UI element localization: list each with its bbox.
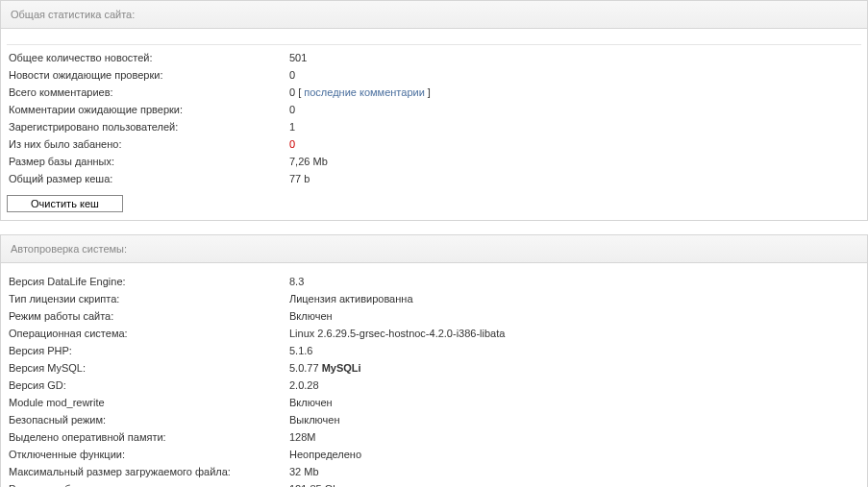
site-stats-panel: Общая статистика сайта: Общее количество… (0, 0, 868, 221)
stat-value-text: 5.0.77 (289, 362, 322, 374)
stat-value-text: Включен (289, 397, 333, 408)
stat-label: Общее количество новостей: (7, 49, 289, 66)
stat-row: Всего комментариев:0 [ последние коммент… (7, 84, 861, 101)
stat-value-text: Linux 2.6.29.5-grsec-hostnoc-4.2.0-i386-… (289, 328, 505, 339)
stat-label: Module mod_rewrite (7, 394, 289, 411)
stat-label: Всего комментариев: (7, 84, 289, 101)
stat-label: Зарегистрировано пользователей: (7, 118, 289, 135)
stat-value: Выключен (289, 411, 861, 428)
stat-value-text: 128M (289, 431, 316, 443)
recent-comments-link[interactable]: последние комментарии (304, 86, 425, 98)
stat-row: Безопасный режим:Выключен (7, 411, 861, 428)
stat-label: Из них было забанено: (7, 135, 289, 153)
stat-value-text: 2.0.28 (289, 379, 319, 391)
stat-row: Операционная система:Linux 2.6.29.5-grse… (7, 325, 861, 342)
stat-row: Размер свободного места на диске:121,85 … (7, 480, 861, 487)
stat-value: 0 [ последние комментарии ] (289, 84, 861, 101)
stat-row: Выделено оперативной памяти:128M (7, 428, 861, 446)
stat-value: Включен (289, 394, 861, 411)
stat-value-text: 0 (289, 104, 295, 115)
stat-value: 77 b (289, 170, 861, 187)
stat-value: Лицензия активированна (289, 290, 861, 307)
stat-value-text: Лицензия активированна (289, 293, 413, 304)
stat-value-text: Неопределено (289, 449, 361, 460)
stat-value-bold: MySQLi (322, 362, 361, 374)
system-check-panel: Автопроверка системы: Версия DataLife En… (0, 234, 868, 487)
stat-value-text: 32 Mb (289, 466, 319, 477)
stat-value: Включен (289, 307, 861, 325)
system-check-body: Версия DataLife Engine:8.3Тип лицензии с… (1, 263, 867, 487)
stat-row: Module mod_rewriteВключен (7, 394, 861, 411)
stat-row: Максимальный размер загружаемого файла:3… (7, 463, 861, 480)
site-stats-header: Общая статистика сайта: (1, 1, 867, 29)
stat-value-text: 1 (289, 121, 295, 133)
stat-label: Версия PHP: (7, 342, 289, 359)
site-stats-title: Общая статистика сайта: (11, 9, 135, 20)
stat-label: Режим работы сайта: (7, 307, 289, 325)
stat-row: Размер базы данных:7,26 Mb (7, 153, 861, 170)
clear-cache-button[interactable]: Очистить кеш (7, 195, 123, 212)
stat-row: Версия PHP:5.1.6 (7, 342, 861, 359)
stat-label: Безопасный режим: (7, 411, 289, 428)
stat-value-text: 5.1.6 (289, 345, 312, 356)
stat-value-text: Выключен (289, 414, 340, 426)
link-bracket-close: ] (425, 86, 431, 98)
stat-label: Общий размер кеша: (7, 170, 289, 187)
stat-row: Новости ожидающие проверки:0 (7, 66, 861, 84)
stat-label: Тип лицензии скрипта: (7, 290, 289, 307)
stat-value: 501 (289, 49, 861, 66)
stat-row: Отключенные функции:Неопределено (7, 446, 861, 463)
stat-value-text: 0 (289, 69, 295, 81)
stat-row: Версия MySQL:5.0.77 MySQLi (7, 359, 861, 377)
stat-value: 0 (289, 101, 861, 118)
link-bracket-open: [ (295, 86, 304, 98)
stat-value-text: 7,26 Mb (289, 156, 328, 167)
stat-label: Операционная система: (7, 325, 289, 342)
stat-row: Общее количество новостей:501 (7, 49, 861, 66)
stat-value: 32 Mb (289, 463, 861, 480)
stat-value-text: 8.3 (289, 276, 304, 287)
stat-label: Размер свободного места на диске: (7, 480, 289, 487)
site-stats-body: Общее количество новостей:501Новости ожи… (1, 29, 867, 220)
divider (7, 44, 861, 45)
stat-row: Из них было забанено:0 (7, 135, 861, 153)
stat-value: 0 (289, 135, 861, 153)
stat-label: Выделено оперативной памяти: (7, 428, 289, 446)
stat-label: Новости ожидающие проверки: (7, 66, 289, 84)
stat-row: Версия DataLife Engine:8.3 (7, 273, 861, 290)
stat-row: Тип лицензии скрипта:Лицензия активирова… (7, 290, 861, 307)
stat-row: Общий размер кеша:77 b (7, 170, 861, 187)
stat-label: Комментарии ожидающие прверки: (7, 101, 289, 118)
stat-label: Отключенные функции: (7, 446, 289, 463)
stat-label: Версия MySQL: (7, 359, 289, 377)
stat-row: Версия GD:2.0.28 (7, 377, 861, 394)
stat-value-text: 501 (289, 52, 307, 63)
stat-value-text: 77 b (289, 173, 310, 184)
stat-value: 5.0.77 MySQLi (289, 359, 861, 377)
system-check-header: Автопроверка системы: (1, 235, 867, 263)
stat-value: 2.0.28 (289, 377, 861, 394)
stat-value: Неопределено (289, 446, 861, 463)
stat-value: 1 (289, 118, 861, 135)
stat-value: 121,85 Gb (289, 480, 861, 487)
stat-label: Размер базы данных: (7, 153, 289, 170)
stat-value-text: 0 (289, 138, 295, 150)
stat-label: Максимальный размер загружаемого файла: (7, 463, 289, 480)
stat-value-text: 121,85 Gb (289, 483, 338, 487)
stat-value: 7,26 Mb (289, 153, 861, 170)
stat-label: Версия DataLife Engine: (7, 273, 289, 290)
stat-value: 128M (289, 428, 861, 446)
stat-row: Режим работы сайта:Включен (7, 307, 861, 325)
stat-row: Зарегистрировано пользователей:1 (7, 118, 861, 135)
stat-label: Версия GD: (7, 377, 289, 394)
stat-value: 8.3 (289, 273, 861, 290)
stat-value: 0 (289, 66, 861, 84)
stat-value: 5.1.6 (289, 342, 861, 359)
stat-value-text: Включен (289, 310, 333, 322)
stat-value: Linux 2.6.29.5-grsec-hostnoc-4.2.0-i386-… (289, 325, 861, 342)
stat-row: Комментарии ожидающие прверки:0 (7, 101, 861, 118)
system-check-title: Автопроверка системы: (11, 243, 127, 255)
